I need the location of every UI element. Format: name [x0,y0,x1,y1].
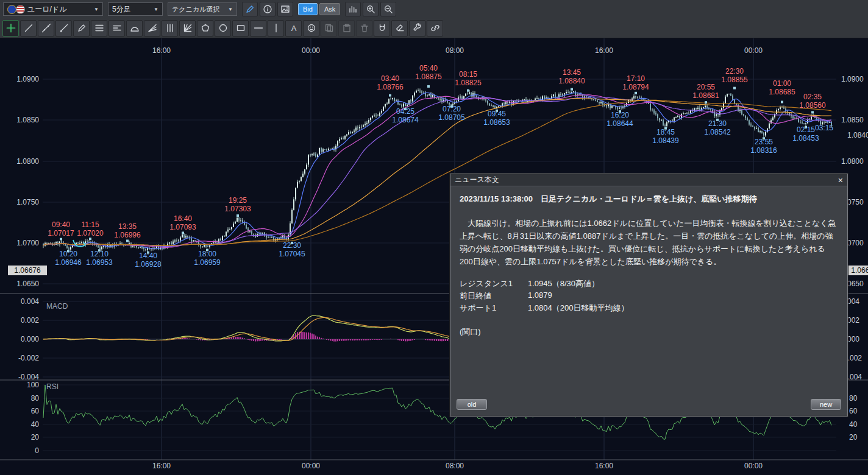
zoom-in-button[interactable] [363,2,379,16]
news-dialog-title: ニュース本文 [455,175,499,185]
us-flag-icon [16,5,25,14]
news-headline: 2023/11/15 13:38:00 日足テクニカル・ユーロドル＝雲を上抜け、… [450,186,847,205]
current-price-badge-left: 1.06676 [8,266,47,275]
fibonacci-arc-tool-button[interactable] [126,20,143,37]
gann-fan-tool-icon [183,23,193,33]
extended-line-tool-button[interactable] [38,20,54,37]
info-icon [263,4,272,14]
chevron-down-icon: ▼ [228,7,233,12]
detach-tool-icon [430,23,440,33]
gann-fan-tool-button[interactable] [179,20,196,37]
zoom-out-button[interactable] [380,2,396,16]
news-level-row: 前日終値1.0879 [460,290,628,302]
news-level-row: サポート11.0804（200日移動平均線） [460,302,628,314]
toolbar-icon-group-left [242,2,293,16]
freehand-tool-icon [77,23,87,33]
chart-style-button[interactable] [345,2,361,16]
time-lines-tool-button[interactable] [162,20,178,37]
news-level-label: 前日終値 [460,290,528,302]
fibonacci-fan-tool-button[interactable] [144,20,160,37]
delete-tool-button[interactable] [356,20,372,37]
copy-tool-button[interactable] [321,20,337,37]
timeframe-selector[interactable]: 5分足 ▼ [108,2,163,16]
news-level-row: レジスタンス11.0945（8/30高値） [460,278,628,290]
snapshot-icon [280,4,290,14]
freehand-tool-button[interactable] [73,20,90,37]
crosshair-tool-icon [6,23,16,33]
polygon-tool-button[interactable] [197,20,213,37]
text-tool-icon: A [289,23,299,33]
extended-line-tool-icon [41,23,51,33]
news-dialog-titlebar: ニュース本文 × [450,174,847,186]
new-button[interactable]: new [811,399,841,410]
trendline-tool-button[interactable] [20,20,37,37]
news-dialog: ニュース本文 × 2023/11/15 13:38:00 日足テクニカル・ユーロ… [450,174,848,417]
horizontal-levels-tool-button[interactable] [108,20,125,37]
info-button[interactable] [260,2,276,16]
zoom-in-icon [366,4,375,14]
toolbar-icon-group-right [345,2,396,16]
eraser-tool-button[interactable] [391,20,408,37]
paste-tool-icon [342,23,352,33]
magnet-tool-button[interactable] [374,20,390,37]
snapshot-button[interactable] [277,2,293,16]
ray-line-tool-icon [59,23,69,33]
vertical-line-tool-button[interactable] [268,20,284,37]
ask-button[interactable]: Ask [319,3,340,15]
rsi-panel-title: RSI [46,382,59,391]
settings-tool-icon [413,23,422,33]
pair-label: ユーロ/ドル [27,4,66,15]
pair-selector[interactable]: ユーロ/ドル ▼ [3,2,103,16]
news-levels-table: レジスタンス11.0945（8/30高値）前日終値1.0879サポート11.08… [460,278,628,314]
vertical-line-tool-icon [271,23,281,33]
ellipse-tool-icon [218,23,228,33]
horizontal-line-tool-button[interactable] [250,20,266,37]
bid-button[interactable]: Bid [298,3,318,15]
fibonacci-arc-tool-icon [130,23,140,33]
eu-flag-icon [7,5,16,14]
svg-text:A: A [291,24,296,33]
eraser-tool-icon [395,23,405,33]
news-signature: (関口) [450,314,847,337]
settings-tool-button[interactable] [409,20,425,37]
copy-tool-icon [324,23,334,33]
ellipse-tool-button[interactable] [215,20,231,37]
technical-selector[interactable]: テクニカル選択 ▼ [168,2,237,16]
horizontal-levels-tool-icon [112,23,122,33]
detach-tool-button[interactable] [427,20,443,37]
fibonacci-fan-tool-icon [148,23,157,33]
old-button[interactable]: old [457,399,487,410]
news-level-value: 1.0945（8/30高値） [528,278,628,290]
news-level-value: 1.0879 [528,290,628,302]
time-lines-tool-icon [165,23,175,33]
polygon-tool-icon [201,23,210,33]
fibonacci-retracement-tool-button[interactable] [91,20,107,37]
icon-stamp-tool-icon [307,23,316,33]
news-level-label: サポート1 [460,302,528,314]
technical-label: テクニカル選択 [172,5,219,14]
text-tool-button[interactable]: A [285,20,302,37]
chart-style-icon [348,4,358,14]
macd-panel-title: MACD [46,302,68,311]
chevron-down-icon: ▼ [154,7,158,12]
crosshair-tool-button[interactable] [2,20,19,37]
rectangle-tool-icon [236,23,246,33]
paste-tool-button[interactable] [338,20,355,37]
zoom-out-icon [383,4,393,14]
icon-stamp-tool-button[interactable] [303,20,319,37]
magnet-tool-icon [377,23,387,33]
trendline-tool-icon [24,23,34,33]
main-toolbar: ユーロ/ドル ▼ 5分足 ▼ テクニカル選択 ▼ Bid Ask [0,0,868,19]
app-root: 1.09001.08501.08001.07501.07001.06501.09… [0,0,868,475]
ray-line-tool-button[interactable] [55,20,72,37]
news-body: 大陽線引け。相場の上振れ前には1.0662ドルに位置していた一目均衡表・転換線を… [450,205,847,268]
draw-pencil-button[interactable] [242,2,258,16]
delete-tool-icon [360,23,369,33]
fibonacci-retracement-tool-icon [94,23,104,33]
close-icon[interactable]: × [838,176,843,185]
rectangle-tool-button[interactable] [232,20,249,37]
news-level-label: レジスタンス1 [460,278,528,290]
chevron-down-icon: ▼ [94,7,99,12]
horizontal-line-tool-icon [254,23,263,33]
news-level-value: 1.0804（200日移動平均線） [528,302,628,314]
